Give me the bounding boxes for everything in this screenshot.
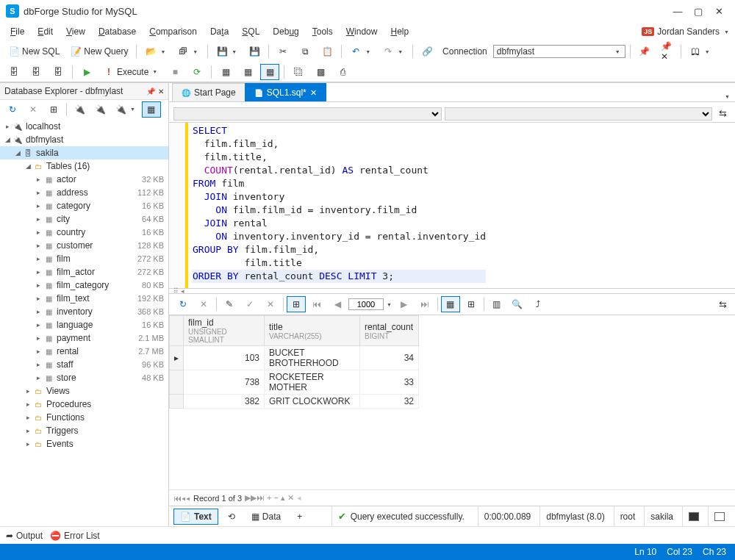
tree-item-film[interactable]: ▸▦film272 KB (0, 252, 168, 265)
stop-button[interactable]: ■ (165, 64, 184, 80)
results-grid[interactable]: film_idUNSIGNED SMALLINTtitleVARCHAR(255… (169, 315, 735, 409)
view-mode-button[interactable]: ▦ (142, 101, 161, 118)
tree-item-language[interactable]: ▸▦language16 KB (0, 318, 168, 331)
redo-button[interactable]: ↷▼ (379, 43, 408, 60)
menu-sql[interactable]: SQL (236, 24, 265, 39)
card-view[interactable]: ⊞ (462, 296, 481, 312)
tree-item-sakila[interactable]: ◢🗄sakila (0, 146, 168, 159)
connection-select[interactable]: dbfmylast▼ (493, 45, 625, 58)
tree[interactable]: ▸🔌localhost◢🔌dbfmylast◢🗄sakila◢🗀Tables (… (0, 118, 168, 526)
tree-item-triggers[interactable]: ▸🗀Triggers (0, 424, 168, 437)
table-row[interactable]: ▸103BUCKET BROTHERHOOD34 (170, 346, 419, 370)
col-title[interactable]: titleVARCHAR(255) (265, 316, 360, 346)
code-editor[interactable]: SELECT film.film_id, film.title, COUNT(r… (169, 123, 735, 288)
run-button[interactable]: ▶ (77, 64, 96, 80)
open-button[interactable]: 📂▼ (141, 43, 171, 60)
close-conn-button[interactable]: ✕ (24, 101, 43, 118)
tab-sql1-sql-[interactable]: 📄SQL1.sql*✕ (245, 83, 326, 101)
menu-window[interactable]: Window (340, 24, 384, 39)
object-select-1[interactable] (173, 107, 442, 121)
close-panel-icon[interactable]: ✕ (158, 87, 164, 96)
tree-item-film-text[interactable]: ▸▦film_text192 KB (0, 292, 168, 305)
collapse-results[interactable]: ⇆ (715, 297, 731, 312)
filter-button-3[interactable]: 🔌▼ (111, 101, 140, 118)
props-button[interactable]: ⊞ (44, 101, 63, 118)
page-size-input[interactable] (348, 298, 384, 310)
tree-item-store[interactable]: ▸▦store48 KB (0, 371, 168, 384)
tree-item-inventory[interactable]: ▸▦inventory368 KB (0, 305, 168, 318)
tree-item-procedures[interactable]: ▸🗀Procedures (0, 398, 168, 411)
user-badge[interactable]: JS Jordan Sanders ▼ (642, 26, 731, 37)
splitter[interactable]: ⠿ ◂ (169, 288, 735, 294)
collapse-button[interactable]: ⇆ (715, 106, 731, 121)
tree-item-staff[interactable]: ▸▦staff96 KB (0, 358, 168, 371)
col-film_id[interactable]: film_idUNSIGNED SMALLINT (184, 316, 265, 346)
db-button-1[interactable]: 🗄 (4, 64, 24, 80)
tool-c[interactable]: ▦ (260, 64, 279, 80)
copy-button[interactable]: ⧉ (295, 43, 315, 60)
close-tab-icon[interactable]: ✕ (310, 88, 317, 98)
tree-item-dbfmylast[interactable]: ◢🔌dbfmylast (0, 133, 168, 146)
tree-item-actor[interactable]: ▸▦actor32 KB (0, 173, 168, 186)
tree-item-localhost[interactable]: ▸🔌localhost (0, 120, 168, 133)
save-button[interactable]: 💾▼ (212, 43, 242, 60)
filter-button-2[interactable]: 🔌 (90, 101, 110, 118)
first-page[interactable]: ⏮ (307, 296, 326, 312)
edit-results[interactable]: ✎ (220, 296, 239, 312)
columns-button[interactable]: ▥ (487, 296, 506, 312)
maximize-button[interactable]: ▢ (688, 4, 709, 18)
error-list-tab[interactable]: ⛔Error List (50, 531, 100, 541)
menu-debug[interactable]: Debug (267, 24, 304, 39)
pin-button[interactable]: 📌 (635, 43, 654, 60)
tree-item-tables-16-[interactable]: ◢🗀Tables (16) (0, 159, 168, 173)
link-button[interactable]: 🔗 (417, 43, 437, 60)
tree-item-film-actor[interactable]: ▸▦film_actor272 KB (0, 265, 168, 279)
output-tab[interactable]: ➦Output (6, 531, 43, 541)
pin-icon[interactable]: 📌 (146, 87, 155, 96)
rollback-results[interactable]: ✕ (261, 296, 280, 312)
tab-start-page[interactable]: 🌐Start Page (172, 83, 245, 101)
last-page[interactable]: ⏭ (415, 296, 434, 312)
unpin-button[interactable]: 📌✕ (657, 43, 676, 60)
data-tab[interactable]: ▦Data (245, 509, 287, 525)
tree-item-address[interactable]: ▸▦address112 KB (0, 186, 168, 199)
page-mode-button[interactable]: ⊞ (287, 296, 306, 312)
new-query-button[interactable]: 📝New Query (66, 43, 132, 60)
last-record[interactable]: ▶▶⏭ + − ▴ ✕ (245, 493, 294, 503)
reload-tab[interactable]: ⟲ (221, 509, 242, 525)
tree-item-city[interactable]: ▸▦city64 KB (0, 212, 168, 226)
menu-tools[interactable]: Tools (306, 24, 339, 39)
tools-button[interactable]: 🕮▼ (686, 43, 715, 60)
tool-a[interactable]: ▦ (216, 64, 235, 80)
cancel-results[interactable]: ✕ (194, 296, 213, 312)
menu-file[interactable]: File (4, 24, 30, 39)
undo-button[interactable]: ↶▼ (346, 43, 376, 60)
db-button-3[interactable]: 🗄 (49, 64, 68, 80)
commit-results[interactable]: ✓ (240, 296, 259, 312)
menu-data[interactable]: Data (204, 24, 234, 39)
menu-view[interactable]: View (60, 24, 91, 39)
filter-button[interactable]: 🔌 (70, 101, 89, 118)
tree-item-customer[interactable]: ▸▦customer128 KB (0, 239, 168, 252)
save-all-button[interactable]: 💾 (245, 43, 264, 60)
menu-comparison[interactable]: Comparison (143, 24, 203, 39)
close-button[interactable]: ✕ (709, 4, 729, 18)
menu-edit[interactable]: Edit (32, 24, 59, 39)
tool-e[interactable]: ▩ (311, 64, 330, 80)
tree-item-film-category[interactable]: ▸▦film_category80 KB (0, 279, 168, 292)
minimize-button[interactable]: — (667, 4, 688, 18)
recent-button[interactable]: 🗊▼ (173, 43, 203, 60)
execute-button[interactable]: !Execute▼ (99, 64, 162, 80)
text-tab[interactable]: 📄Text (173, 509, 218, 525)
tool-d[interactable]: ⿻ (289, 64, 308, 80)
paste-button[interactable]: 📋 (318, 43, 337, 60)
refresh-tree-button[interactable]: ↻ (3, 101, 22, 118)
prev-page[interactable]: ◀ (328, 296, 347, 312)
tree-item-payment[interactable]: ▸▦payment2.1 MB (0, 331, 168, 345)
tree-item-rental[interactable]: ▸▦rental2.7 MB (0, 345, 168, 358)
tree-item-views[interactable]: ▸🗀Views (0, 384, 168, 398)
find-button[interactable]: 🔍 (508, 296, 527, 312)
new-sql-button[interactable]: 📄New SQL (4, 43, 63, 60)
next-page[interactable]: ▶ (395, 296, 414, 312)
table-row[interactable]: 382GRIT CLOCKWORK32 (170, 395, 419, 409)
